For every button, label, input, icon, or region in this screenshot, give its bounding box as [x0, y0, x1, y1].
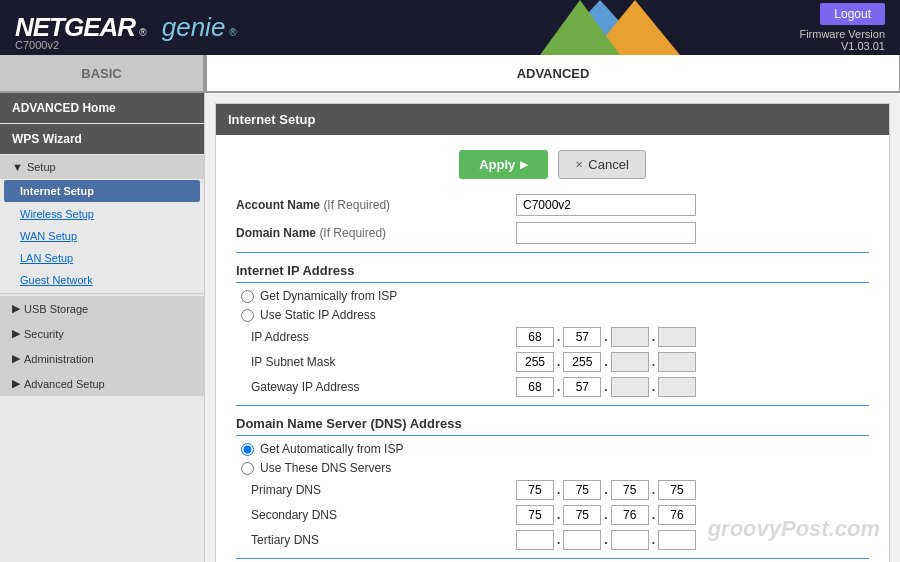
primary-dns-label: Primary DNS: [236, 483, 516, 497]
secondary-dns-o1[interactable]: [516, 505, 554, 525]
panel-body: Apply Cancel Account Name (If Required) …: [216, 135, 889, 562]
subnet-dot-1: .: [557, 355, 560, 369]
subnet-mask-label: IP Subnet Mask: [236, 355, 516, 369]
sidebar-item-lan-setup[interactable]: LAN Setup: [0, 247, 204, 269]
sidebar-divider-1: [0, 293, 204, 294]
ip-o1[interactable]: [516, 327, 554, 347]
administration-arrow-icon: ▶: [12, 352, 20, 365]
gateway-o2[interactable]: [563, 377, 601, 397]
tertiary-dns-o3[interactable]: [611, 530, 649, 550]
gateway-o4[interactable]: [658, 377, 696, 397]
ip-dot-3: .: [652, 330, 655, 344]
sidebar-item-wireless-setup[interactable]: Wireless Setup: [0, 203, 204, 225]
primary-dns-o3[interactable]: [611, 480, 649, 500]
radio-use-static[interactable]: Use Static IP Address: [236, 308, 869, 322]
advanced-setup-arrow-icon: ▶: [12, 377, 20, 390]
product-name: genie: [162, 12, 226, 43]
secondary-dns-dot-2: .: [604, 508, 607, 522]
ip-address-label: IP Address: [236, 330, 516, 344]
radio-auto-dns-input[interactable]: [241, 443, 254, 456]
secondary-dns-label: Secondary DNS: [236, 508, 516, 522]
subnet-o2[interactable]: [563, 352, 601, 372]
header-right: Logout Firmware Version V1.03.01: [799, 3, 885, 52]
usb-arrow-icon: ▶: [12, 302, 20, 315]
primary-dns-o2[interactable]: [563, 480, 601, 500]
ip-address-fields: . . .: [516, 327, 696, 347]
secondary-dns-o2[interactable]: [563, 505, 601, 525]
radio-get-dynamic[interactable]: Get Dynamically from ISP: [236, 289, 869, 303]
tertiary-dns-o1[interactable]: [516, 530, 554, 550]
radio-use-dns[interactable]: Use These DNS Servers: [236, 461, 869, 475]
secondary-dns-dot-1: .: [557, 508, 560, 522]
gateway-o3[interactable]: [611, 377, 649, 397]
gateway-dot-3: .: [652, 380, 655, 394]
separator-1: [236, 252, 869, 253]
tertiary-dns-label: Tertiary DNS: [236, 533, 516, 547]
main-layout: ADVANCED Home WPS Wizard ▼ Setup Interne…: [0, 93, 900, 562]
subnet-o3[interactable]: [611, 352, 649, 372]
sidebar: ADVANCED Home WPS Wizard ▼ Setup Interne…: [0, 93, 205, 562]
radio-auto-dns-label: Get Automatically from ISP: [260, 442, 403, 456]
product-registered: ®: [229, 27, 236, 38]
domain-name-input[interactable]: [516, 222, 696, 244]
primary-dns-row: Primary DNS . . .: [236, 480, 869, 500]
ip-o2[interactable]: [563, 327, 601, 347]
tertiary-dns-o4[interactable]: [658, 530, 696, 550]
radio-get-auto-dns[interactable]: Get Automatically from ISP: [236, 442, 869, 456]
dns-title: Domain Name Server (DNS) Address: [236, 416, 869, 436]
apply-button[interactable]: Apply: [459, 150, 548, 179]
sidebar-item-wps-wizard[interactable]: WPS Wizard: [0, 124, 204, 154]
radio-dynamic-label: Get Dynamically from ISP: [260, 289, 397, 303]
sidebar-item-internet-setup[interactable]: Internet Setup: [4, 180, 200, 202]
firmware-info: Firmware Version V1.03.01: [799, 28, 885, 52]
subnet-mask-row: IP Subnet Mask . . .: [236, 352, 869, 372]
logout-button[interactable]: Logout: [820, 3, 885, 25]
tertiary-dns-dot-3: .: [652, 533, 655, 547]
sidebar-item-wan-setup[interactable]: WAN Setup: [0, 225, 204, 247]
tab-basic[interactable]: BASIC: [0, 55, 205, 91]
sidebar-item-guest-network[interactable]: Guest Network: [0, 269, 204, 291]
ip-o4[interactable]: [658, 327, 696, 347]
ip-o3[interactable]: [611, 327, 649, 347]
secondary-dns-o3[interactable]: [611, 505, 649, 525]
content-panel: Internet Setup Apply Cancel Account Name…: [215, 103, 890, 562]
account-name-input[interactable]: [516, 194, 696, 216]
gateway-row: Gateway IP Address . . .: [236, 377, 869, 397]
ip-address-row: IP Address . . .: [236, 327, 869, 347]
ip-dot-1: .: [557, 330, 560, 344]
sidebar-usb-storage[interactable]: ▶ USB Storage: [0, 296, 204, 321]
gateway-dot-2: .: [604, 380, 607, 394]
button-row: Apply Cancel: [236, 150, 869, 179]
primary-dns-o4[interactable]: [658, 480, 696, 500]
sidebar-security[interactable]: ▶ Security: [0, 321, 204, 346]
primary-dns-o1[interactable]: [516, 480, 554, 500]
secondary-dns-dot-3: .: [652, 508, 655, 522]
secondary-dns-row: Secondary DNS . . .: [236, 505, 869, 525]
sidebar-advanced-setup[interactable]: ▶ Advanced Setup: [0, 371, 204, 396]
subnet-mask-fields: . . .: [516, 352, 696, 372]
content-area: Internet Setup Apply Cancel Account Name…: [205, 93, 900, 562]
domain-name-row: Domain Name (If Required): [236, 222, 869, 244]
secondary-dns-o4[interactable]: [658, 505, 696, 525]
gateway-fields: . . .: [516, 377, 696, 397]
cancel-button[interactable]: Cancel: [558, 150, 645, 179]
radio-dynamic-input[interactable]: [241, 290, 254, 303]
gateway-o1[interactable]: [516, 377, 554, 397]
radio-use-dns-input[interactable]: [241, 462, 254, 475]
radio-static-label: Use Static IP Address: [260, 308, 376, 322]
gateway-label: Gateway IP Address: [236, 380, 516, 394]
tertiary-dns-fields: . . .: [516, 530, 696, 550]
subnet-o1[interactable]: [516, 352, 554, 372]
tab-advanced[interactable]: ADVANCED: [205, 53, 900, 91]
ip-dot-2: .: [604, 330, 607, 344]
sidebar-submenu-setup: Internet Setup Wireless Setup WAN Setup …: [0, 180, 204, 291]
sidebar-administration[interactable]: ▶ Administration: [0, 346, 204, 371]
subnet-o4[interactable]: [658, 352, 696, 372]
tertiary-dns-dot-2: .: [604, 533, 607, 547]
tertiary-dns-o2[interactable]: [563, 530, 601, 550]
tertiary-dns-row: Tertiary DNS . . .: [236, 530, 869, 550]
sidebar-setup-section[interactable]: ▼ Setup: [0, 155, 204, 179]
sidebar-item-advanced-home[interactable]: ADVANCED Home: [0, 93, 204, 123]
secondary-dns-fields: . . .: [516, 505, 696, 525]
radio-static-input[interactable]: [241, 309, 254, 322]
